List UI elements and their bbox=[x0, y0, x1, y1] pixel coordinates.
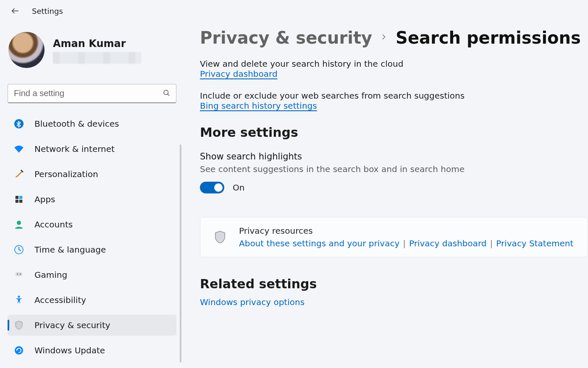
privacy-dashboard-link-2[interactable]: Privacy dashboard bbox=[409, 238, 487, 248]
scrollbar[interactable] bbox=[180, 144, 181, 363]
svg-rect-6 bbox=[19, 196, 22, 199]
sidebar-item-label: Privacy & security bbox=[34, 320, 110, 330]
more-settings-heading: More settings bbox=[200, 125, 588, 140]
sidebar: Aman Kumar Bluetooth & devices Netw bbox=[0, 18, 181, 366]
privacy-resources-title: Privacy resources bbox=[239, 226, 573, 236]
related-settings-heading: Related settings bbox=[200, 277, 588, 291]
sidebar-item-label: Windows Update bbox=[34, 345, 105, 355]
svg-point-12 bbox=[17, 274, 18, 275]
avatar bbox=[8, 32, 45, 68]
sidebar-item-network[interactable]: Network & internet bbox=[8, 138, 176, 159]
bluetooth-icon bbox=[13, 118, 24, 129]
sidebar-item-label: Apps bbox=[34, 194, 55, 204]
user-email-redacted bbox=[53, 52, 141, 64]
sidebar-item-label: Accounts bbox=[34, 219, 73, 230]
privacy-statement-link[interactable]: Privacy Statement bbox=[496, 238, 573, 248]
sidebar-item-label: Time & language bbox=[34, 245, 106, 255]
shield-icon bbox=[13, 320, 24, 331]
sidebar-item-label: Accessibility bbox=[34, 295, 86, 305]
sidebar-item-label: Gaming bbox=[34, 270, 67, 280]
gamepad-icon bbox=[13, 269, 24, 280]
svg-point-14 bbox=[18, 296, 20, 298]
user-name: Aman Kumar bbox=[53, 32, 141, 50]
chevron-right-icon bbox=[380, 33, 388, 43]
separator: | bbox=[399, 238, 409, 248]
apps-icon bbox=[13, 194, 24, 205]
user-block[interactable]: Aman Kumar bbox=[8, 27, 176, 70]
breadcrumb-current: Search permissions bbox=[396, 29, 581, 47]
search-highlights-title: Show search highlights bbox=[200, 151, 588, 162]
sidebar-item-label: Personalization bbox=[34, 169, 98, 179]
svg-line-2 bbox=[168, 94, 169, 96]
sidebar-item-bluetooth[interactable]: Bluetooth & devices bbox=[8, 113, 176, 134]
sidebar-item-windows-update[interactable]: Windows Update bbox=[8, 340, 176, 361]
main-content: Privacy & security Search permissions Vi… bbox=[181, 18, 588, 366]
svg-point-15 bbox=[15, 346, 23, 355]
sidebar-item-gaming[interactable]: Gaming bbox=[8, 264, 176, 285]
sidebar-item-accessibility[interactable]: Accessibility bbox=[8, 290, 176, 311]
separator: | bbox=[487, 238, 496, 248]
wifi-icon bbox=[13, 144, 24, 154]
search-highlights-desc: See content suggestions in the search bo… bbox=[200, 164, 588, 174]
bing-history-link[interactable]: Bing search history settings bbox=[200, 101, 317, 111]
accessibility-icon bbox=[13, 295, 24, 305]
sidebar-nav: Bluetooth & devices Network & internet P… bbox=[8, 113, 176, 361]
privacy-dashboard-link[interactable]: Privacy dashboard bbox=[200, 69, 278, 79]
arrow-left-icon bbox=[10, 6, 20, 16]
sidebar-item-personalization[interactable]: Personalization bbox=[8, 164, 176, 185]
svg-point-9 bbox=[17, 221, 21, 225]
svg-rect-5 bbox=[16, 196, 18, 199]
sidebar-item-label: Bluetooth & devices bbox=[34, 119, 119, 129]
app-title: Settings bbox=[32, 7, 63, 16]
back-button[interactable] bbox=[10, 6, 20, 16]
brush-icon bbox=[13, 169, 24, 180]
privacy-resources-card: Privacy resources About these settings a… bbox=[200, 217, 588, 257]
web-suggestions-desc: Include or exclude your web searches fro… bbox=[200, 91, 588, 101]
svg-rect-8 bbox=[19, 200, 22, 203]
svg-point-13 bbox=[20, 274, 21, 275]
clock-globe-icon bbox=[13, 244, 24, 255]
sidebar-item-apps[interactable]: Apps bbox=[8, 189, 176, 210]
about-privacy-link[interactable]: About these settings and your privacy bbox=[239, 238, 399, 248]
update-icon bbox=[13, 345, 24, 356]
breadcrumb-parent[interactable]: Privacy & security bbox=[200, 29, 372, 47]
svg-rect-7 bbox=[16, 200, 18, 203]
sidebar-item-time-language[interactable]: Time & language bbox=[8, 239, 176, 260]
cloud-history-desc: View and delete your search history in t… bbox=[200, 59, 588, 69]
shield-icon bbox=[213, 230, 227, 244]
search-field-wrap[interactable] bbox=[8, 84, 176, 103]
person-icon bbox=[13, 219, 24, 230]
sidebar-item-label: Network & internet bbox=[34, 144, 115, 154]
search-input[interactable] bbox=[14, 89, 163, 98]
search-icon bbox=[163, 89, 170, 98]
toggle-state-label: On bbox=[233, 183, 244, 193]
search-highlights-toggle[interactable] bbox=[200, 182, 224, 193]
breadcrumb: Privacy & security Search permissions bbox=[200, 29, 588, 47]
sidebar-item-accounts[interactable]: Accounts bbox=[8, 214, 176, 235]
svg-rect-11 bbox=[16, 272, 23, 276]
windows-privacy-options-link[interactable]: Windows privacy options bbox=[200, 297, 304, 307]
sidebar-item-privacy-security[interactable]: Privacy & security bbox=[8, 315, 176, 336]
